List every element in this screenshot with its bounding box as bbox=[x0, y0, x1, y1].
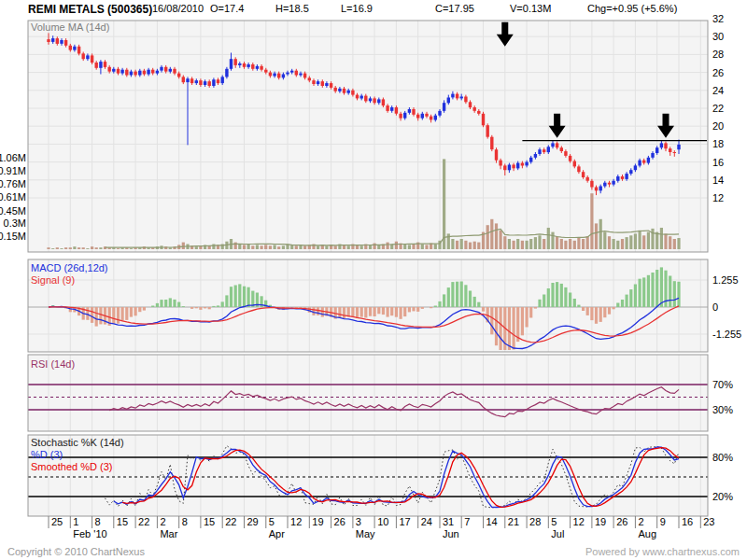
price-axis-label: 30 bbox=[712, 31, 724, 42]
x-tick-label: 2 bbox=[638, 516, 643, 527]
x-month-label: Jul bbox=[551, 528, 564, 539]
macd-axis-label: 0 bbox=[712, 301, 718, 313]
x-tick-label: 1 bbox=[73, 516, 78, 527]
stochastic-d-label: %D (3) bbox=[31, 449, 63, 460]
x-tick-label: 24 bbox=[421, 516, 432, 527]
chartnexus-window: REMI METALS (500365) 16/08/2010O=17.4H=1… bbox=[0, 0, 747, 560]
price-axis-label: 22 bbox=[712, 103, 724, 114]
x-tick-label: 2 bbox=[160, 516, 165, 527]
x-month-label: Jun bbox=[443, 528, 459, 539]
x-tick-label: 26 bbox=[616, 516, 627, 527]
x-tick-label: 19 bbox=[312, 516, 323, 527]
x-tick-label: 31 bbox=[443, 516, 454, 527]
x-month-label: May bbox=[356, 528, 375, 539]
x-tick-label: 8 bbox=[182, 516, 188, 527]
x-month-label: Aug bbox=[638, 528, 656, 539]
x-tick-label: 19 bbox=[595, 516, 606, 527]
x-tick-label: 9 bbox=[660, 516, 666, 527]
price-axis-label: 28 bbox=[712, 49, 724, 60]
x-tick-label: 17 bbox=[399, 516, 410, 527]
x-tick-label: 15 bbox=[204, 516, 215, 527]
powered-by-link[interactable]: Powered by www.chartnexus.com bbox=[585, 546, 740, 557]
x-tick-label: 15 bbox=[117, 516, 128, 527]
x-tick-label: 5 bbox=[269, 516, 275, 527]
macd-label: MACD (26d,12d) bbox=[31, 262, 108, 273]
x-tick-label: 3 bbox=[356, 516, 361, 527]
macd-axis-label: 1.255 bbox=[712, 274, 739, 286]
rsi-label: RSI (14d) bbox=[31, 358, 75, 370]
price-axis-label: 16 bbox=[712, 157, 724, 168]
x-tick-label: 12 bbox=[573, 516, 585, 527]
x-tick-label: 5 bbox=[551, 516, 557, 527]
x-tick-label: 22 bbox=[138, 516, 149, 527]
price-axis-label: 32 bbox=[712, 13, 724, 24]
x-tick-label: 23 bbox=[703, 516, 714, 527]
x-month-label: Mar bbox=[160, 528, 177, 539]
x-tick-label: 26 bbox=[334, 516, 345, 527]
volume-axis-label: 0.61M bbox=[0, 191, 26, 203]
x-tick-label: 29 bbox=[247, 516, 258, 527]
volume-axis-label: 0.3M bbox=[4, 217, 26, 229]
panel-backgrounds bbox=[28, 21, 708, 516]
volume-axis-label: 0.91M bbox=[0, 165, 26, 176]
volume-axis-label: 0.15M bbox=[0, 231, 26, 242]
volume-axis-label: 0.45M bbox=[0, 205, 26, 217]
copyright-text: Copyright © 2010 ChartNexus bbox=[7, 546, 145, 557]
x-tick-label: 16 bbox=[682, 516, 693, 527]
volume-axis-label: 0.76M bbox=[0, 178, 26, 189]
x-tick-label: 25 bbox=[51, 516, 63, 527]
price-axis-label: 14 bbox=[712, 175, 724, 186]
x-month-label: Feb '10 bbox=[73, 528, 106, 539]
stoch-axis-label: 20% bbox=[712, 491, 733, 502]
rsi-axis-label: 30% bbox=[712, 404, 733, 415]
x-tick-label: 10 bbox=[377, 516, 388, 527]
x-tick-label: 14 bbox=[486, 516, 498, 527]
x-month-label: Apr bbox=[269, 528, 285, 539]
macd-axis-label: -1.255 bbox=[712, 329, 741, 340]
price-axis-label: 20 bbox=[712, 120, 724, 132]
volume-axis-label: 1.06M bbox=[0, 152, 26, 163]
chart-canvas[interactable]: 32302826242220181614121.06M0.91M0.76M0.6… bbox=[0, 0, 747, 560]
stoch-axis-label: 80% bbox=[712, 452, 733, 463]
stochastic-k-label: Stochastic %K (14d) bbox=[31, 437, 124, 448]
x-tick-label: 22 bbox=[225, 516, 236, 527]
price-axis-label: 18 bbox=[712, 138, 724, 149]
price-axis-label: 26 bbox=[712, 67, 724, 78]
price-axis-label: 12 bbox=[712, 192, 724, 203]
x-tick-label: 8 bbox=[95, 516, 101, 527]
price-axis-label: 24 bbox=[712, 85, 724, 96]
signal-label: Signal (9) bbox=[31, 274, 75, 286]
x-tick-label: 12 bbox=[290, 516, 302, 527]
x-tick-label: 28 bbox=[529, 516, 541, 527]
stochastic-smoothed-d-label: Smoothed %D (3) bbox=[31, 461, 112, 472]
rsi-axis-label: 70% bbox=[712, 379, 733, 390]
x-tick-label: 7 bbox=[464, 516, 470, 527]
x-tick-label: 21 bbox=[508, 516, 519, 527]
volume-ma-label: Volume MA (14d) bbox=[31, 21, 109, 33]
